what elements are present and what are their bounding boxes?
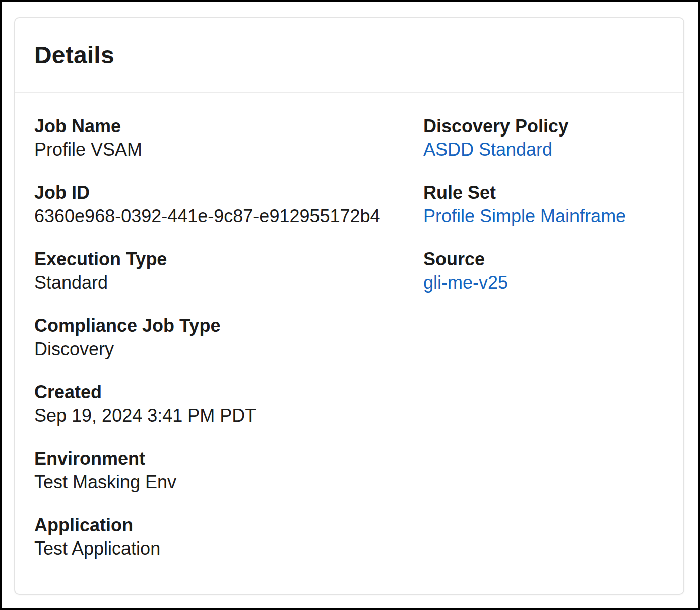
details-left-column: Job Name Profile VSAM Job ID 6360e968-03… xyxy=(34,115,423,580)
field-label-source: Source xyxy=(423,248,664,271)
field-job-name: Job Name Profile VSAM xyxy=(34,115,423,161)
details-right-column: Discovery Policy ASDD Standard Rule Set … xyxy=(423,115,664,580)
field-label-environment: Environment xyxy=(34,447,423,470)
link-discovery-policy[interactable]: ASDD Standard xyxy=(423,139,552,160)
field-value-compliance-job-type: Discovery xyxy=(34,337,423,361)
field-label-discovery-policy: Discovery Policy xyxy=(423,115,664,138)
field-label-application: Application xyxy=(34,514,423,537)
field-label-created: Created xyxy=(34,381,423,404)
field-label-job-name: Job Name xyxy=(34,115,423,138)
details-card-body: Job Name Profile VSAM Job ID 6360e968-03… xyxy=(15,93,683,580)
field-job-id: Job ID 6360e968-0392-441e-9c87-e91295517… xyxy=(34,181,423,228)
card-title: Details xyxy=(34,41,114,69)
field-application: Application Test Application xyxy=(34,514,423,560)
field-environment: Environment Test Masking Env xyxy=(34,447,423,494)
field-label-job-id: Job ID xyxy=(34,181,423,205)
field-label-rule-set: Rule Set xyxy=(423,181,664,205)
field-value-environment: Test Masking Env xyxy=(34,470,423,494)
field-source: Source gli-me-v25 xyxy=(423,248,664,294)
details-card: Details Job Name Profile VSAM Job ID 636… xyxy=(14,17,684,595)
link-rule-set[interactable]: Profile Simple Mainframe xyxy=(423,206,626,226)
field-label-compliance-job-type: Compliance Job Type xyxy=(34,314,423,337)
field-compliance-job-type: Compliance Job Type Discovery xyxy=(34,314,423,361)
field-value-application: Test Application xyxy=(34,537,423,560)
field-execution-type: Execution Type Standard xyxy=(34,248,423,294)
field-label-execution-type: Execution Type xyxy=(34,248,423,271)
field-value-execution-type: Standard xyxy=(34,271,423,294)
field-value-job-name: Profile VSAM xyxy=(34,138,423,161)
field-discovery-policy: Discovery Policy ASDD Standard xyxy=(423,115,664,161)
link-source[interactable]: gli-me-v25 xyxy=(423,272,508,293)
field-value-created: Sep 19, 2024 3:41 PM PDT xyxy=(34,404,423,427)
page: { "card": { "title": "Details", "left_fi… xyxy=(0,0,700,610)
field-value-job-id: 6360e968-0392-441e-9c87-e912955172b4 xyxy=(34,205,423,228)
field-created: Created Sep 19, 2024 3:41 PM PDT xyxy=(34,381,423,427)
details-card-header: Details xyxy=(15,18,683,93)
field-rule-set: Rule Set Profile Simple Mainframe xyxy=(423,181,664,228)
